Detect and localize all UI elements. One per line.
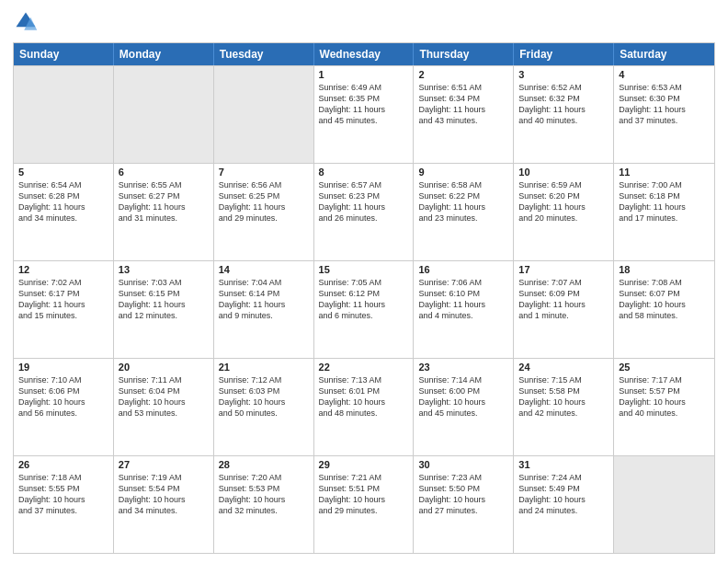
day-number: 26 bbox=[18, 459, 108, 470]
day-number: 4 bbox=[619, 69, 710, 80]
day-number: 31 bbox=[518, 459, 609, 470]
day-info: Sunrise: 6:55 AM Sunset: 6:27 PM Dayligh… bbox=[119, 179, 209, 224]
calendar-day-5: 5Sunrise: 6:54 AM Sunset: 6:28 PM Daylig… bbox=[14, 164, 114, 260]
calendar-day-7: 7Sunrise: 6:56 AM Sunset: 6:25 PM Daylig… bbox=[214, 164, 314, 260]
day-info: Sunrise: 7:14 AM Sunset: 6:00 PM Dayligh… bbox=[418, 374, 508, 419]
day-info: Sunrise: 7:00 AM Sunset: 6:18 PM Dayligh… bbox=[619, 179, 710, 224]
header-day-saturday: Saturday bbox=[614, 43, 714, 65]
header-day-monday: Monday bbox=[114, 43, 214, 65]
calendar-day-13: 13Sunrise: 7:03 AM Sunset: 6:15 PM Dayli… bbox=[114, 261, 214, 358]
calendar-day-26: 26Sunrise: 7:18 AM Sunset: 5:55 PM Dayli… bbox=[14, 456, 114, 553]
day-number: 1 bbox=[319, 69, 409, 80]
day-number: 28 bbox=[219, 459, 309, 470]
day-number: 16 bbox=[418, 264, 508, 275]
header-day-wednesday: Wednesday bbox=[314, 43, 415, 65]
day-number: 17 bbox=[518, 264, 609, 275]
calendar-day-11: 11Sunrise: 7:00 AM Sunset: 6:18 PM Dayli… bbox=[614, 164, 714, 260]
header-day-friday: Friday bbox=[514, 43, 614, 65]
day-info: Sunrise: 7:13 AM Sunset: 6:01 PM Dayligh… bbox=[319, 374, 409, 419]
logo-icon bbox=[13, 9, 39, 35]
day-info: Sunrise: 7:03 AM Sunset: 6:15 PM Dayligh… bbox=[119, 277, 209, 322]
calendar-day-14: 14Sunrise: 7:04 AM Sunset: 6:14 PM Dayli… bbox=[214, 261, 314, 358]
day-info: Sunrise: 7:20 AM Sunset: 5:53 PM Dayligh… bbox=[219, 472, 309, 517]
day-number: 8 bbox=[319, 167, 409, 178]
day-number: 15 bbox=[319, 264, 409, 275]
day-info: Sunrise: 7:15 AM Sunset: 5:58 PM Dayligh… bbox=[518, 374, 609, 419]
day-info: Sunrise: 7:19 AM Sunset: 5:54 PM Dayligh… bbox=[119, 472, 209, 517]
calendar-day-18: 18Sunrise: 7:08 AM Sunset: 6:07 PM Dayli… bbox=[614, 261, 714, 358]
calendar-empty-cell bbox=[614, 456, 714, 553]
header-day-thursday: Thursday bbox=[414, 43, 514, 65]
day-info: Sunrise: 6:59 AM Sunset: 6:20 PM Dayligh… bbox=[518, 179, 609, 224]
day-info: Sunrise: 7:10 AM Sunset: 6:06 PM Dayligh… bbox=[18, 374, 108, 419]
calendar-day-9: 9Sunrise: 6:58 AM Sunset: 6:22 PM Daylig… bbox=[414, 164, 514, 260]
day-number: 7 bbox=[219, 167, 309, 178]
day-info: Sunrise: 6:49 AM Sunset: 6:35 PM Dayligh… bbox=[319, 82, 409, 127]
day-number: 29 bbox=[319, 459, 409, 470]
day-number: 6 bbox=[119, 167, 209, 178]
day-info: Sunrise: 6:54 AM Sunset: 6:28 PM Dayligh… bbox=[18, 179, 108, 224]
calendar-day-6: 6Sunrise: 6:55 AM Sunset: 6:27 PM Daylig… bbox=[114, 164, 214, 260]
day-number: 18 bbox=[619, 264, 710, 275]
calendar-day-25: 25Sunrise: 7:17 AM Sunset: 5:57 PM Dayli… bbox=[614, 359, 714, 455]
calendar-body: 1Sunrise: 6:49 AM Sunset: 6:35 PM Daylig… bbox=[14, 65, 714, 553]
calendar-day-10: 10Sunrise: 6:59 AM Sunset: 6:20 PM Dayli… bbox=[514, 164, 614, 260]
calendar-week-1: 1Sunrise: 6:49 AM Sunset: 6:35 PM Daylig… bbox=[14, 65, 714, 163]
calendar-day-30: 30Sunrise: 7:23 AM Sunset: 5:50 PM Dayli… bbox=[414, 456, 514, 553]
day-number: 19 bbox=[18, 362, 108, 373]
calendar-week-4: 19Sunrise: 7:10 AM Sunset: 6:06 PM Dayli… bbox=[14, 358, 714, 455]
calendar-day-21: 21Sunrise: 7:12 AM Sunset: 6:03 PM Dayli… bbox=[214, 359, 314, 455]
header-day-tuesday: Tuesday bbox=[214, 43, 314, 65]
day-info: Sunrise: 6:58 AM Sunset: 6:22 PM Dayligh… bbox=[418, 179, 508, 224]
day-number: 24 bbox=[518, 362, 609, 373]
header bbox=[13, 9, 715, 35]
day-info: Sunrise: 7:21 AM Sunset: 5:51 PM Dayligh… bbox=[319, 472, 409, 517]
calendar-day-2: 2Sunrise: 6:51 AM Sunset: 6:34 PM Daylig… bbox=[414, 66, 514, 163]
calendar-day-16: 16Sunrise: 7:06 AM Sunset: 6:10 PM Dayli… bbox=[414, 261, 514, 358]
calendar: SundayMondayTuesdayWednesdayThursdayFrid… bbox=[13, 42, 715, 554]
day-info: Sunrise: 7:23 AM Sunset: 5:50 PM Dayligh… bbox=[418, 472, 508, 517]
day-number: 5 bbox=[18, 167, 108, 178]
calendar-empty-cell bbox=[114, 66, 214, 163]
day-number: 9 bbox=[418, 167, 508, 178]
day-info: Sunrise: 7:11 AM Sunset: 6:04 PM Dayligh… bbox=[119, 374, 209, 419]
calendar-day-17: 17Sunrise: 7:07 AM Sunset: 6:09 PM Dayli… bbox=[514, 261, 614, 358]
calendar-day-19: 19Sunrise: 7:10 AM Sunset: 6:06 PM Dayli… bbox=[14, 359, 114, 455]
day-info: Sunrise: 7:02 AM Sunset: 6:17 PM Dayligh… bbox=[18, 277, 108, 322]
calendar-day-4: 4Sunrise: 6:53 AM Sunset: 6:30 PM Daylig… bbox=[614, 66, 714, 163]
page: SundayMondayTuesdayWednesdayThursdayFrid… bbox=[0, 0, 728, 563]
day-number: 27 bbox=[119, 459, 209, 470]
calendar-day-3: 3Sunrise: 6:52 AM Sunset: 6:32 PM Daylig… bbox=[514, 66, 614, 163]
day-number: 13 bbox=[119, 264, 209, 275]
day-info: Sunrise: 7:04 AM Sunset: 6:14 PM Dayligh… bbox=[219, 277, 309, 322]
calendar-day-27: 27Sunrise: 7:19 AM Sunset: 5:54 PM Dayli… bbox=[114, 456, 214, 553]
day-number: 20 bbox=[119, 362, 209, 373]
calendar-day-8: 8Sunrise: 6:57 AM Sunset: 6:23 PM Daylig… bbox=[314, 164, 415, 260]
day-number: 3 bbox=[518, 69, 609, 80]
day-info: Sunrise: 7:12 AM Sunset: 6:03 PM Dayligh… bbox=[219, 374, 309, 419]
calendar-day-15: 15Sunrise: 7:05 AM Sunset: 6:12 PM Dayli… bbox=[314, 261, 415, 358]
day-number: 12 bbox=[18, 264, 108, 275]
day-info: Sunrise: 6:57 AM Sunset: 6:23 PM Dayligh… bbox=[319, 179, 409, 224]
day-info: Sunrise: 6:56 AM Sunset: 6:25 PM Dayligh… bbox=[219, 179, 309, 224]
calendar-week-2: 5Sunrise: 6:54 AM Sunset: 6:28 PM Daylig… bbox=[14, 163, 714, 260]
day-info: Sunrise: 7:08 AM Sunset: 6:07 PM Dayligh… bbox=[619, 277, 710, 322]
calendar-day-12: 12Sunrise: 7:02 AM Sunset: 6:17 PM Dayli… bbox=[14, 261, 114, 358]
calendar-day-29: 29Sunrise: 7:21 AM Sunset: 5:51 PM Dayli… bbox=[314, 456, 415, 553]
day-number: 21 bbox=[219, 362, 309, 373]
calendar-empty-cell bbox=[214, 66, 314, 163]
day-number: 2 bbox=[418, 69, 508, 80]
day-info: Sunrise: 7:07 AM Sunset: 6:09 PM Dayligh… bbox=[518, 277, 609, 322]
calendar-day-22: 22Sunrise: 7:13 AM Sunset: 6:01 PM Dayli… bbox=[314, 359, 415, 455]
calendar-day-23: 23Sunrise: 7:14 AM Sunset: 6:00 PM Dayli… bbox=[414, 359, 514, 455]
calendar-week-3: 12Sunrise: 7:02 AM Sunset: 6:17 PM Dayli… bbox=[14, 260, 714, 358]
calendar-day-20: 20Sunrise: 7:11 AM Sunset: 6:04 PM Dayli… bbox=[114, 359, 214, 455]
calendar-header-row: SundayMondayTuesdayWednesdayThursdayFrid… bbox=[14, 43, 714, 65]
calendar-empty-cell bbox=[14, 66, 114, 163]
day-number: 25 bbox=[619, 362, 710, 373]
logo bbox=[13, 9, 42, 35]
calendar-day-1: 1Sunrise: 6:49 AM Sunset: 6:35 PM Daylig… bbox=[314, 66, 415, 163]
header-day-sunday: Sunday bbox=[14, 43, 114, 65]
day-info: Sunrise: 7:18 AM Sunset: 5:55 PM Dayligh… bbox=[18, 472, 108, 517]
calendar-day-28: 28Sunrise: 7:20 AM Sunset: 5:53 PM Dayli… bbox=[214, 456, 314, 553]
